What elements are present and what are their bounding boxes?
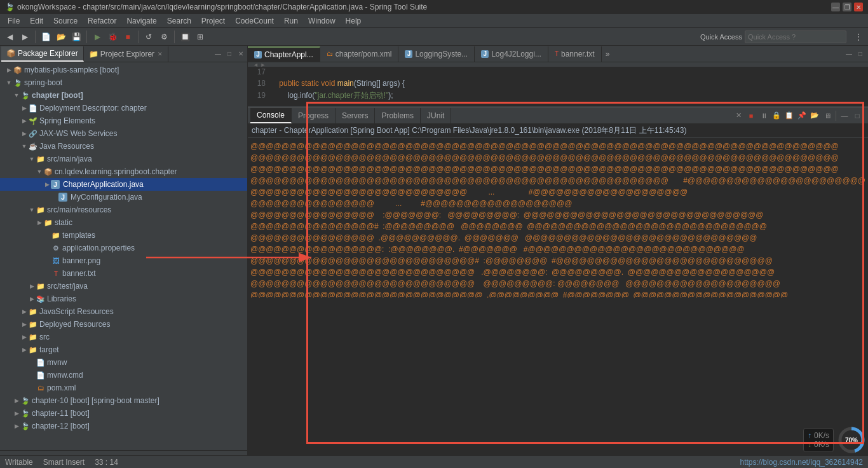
- code-area[interactable]: 17 18 public static void main(String[] a…: [248, 67, 868, 106]
- left-panel-hscroll[interactable]: [0, 450, 247, 455]
- menu-help[interactable]: Help: [341, 15, 367, 27]
- console-maximize-btn[interactable]: □: [851, 110, 863, 121]
- tree-item-jax-ws[interactable]: ▶ 🔗 JAX-WS Web Services: [0, 127, 247, 140]
- tree-icon-chapter-application: J: [51, 180, 60, 189]
- tb-debug-btn[interactable]: 🐞: [105, 30, 119, 44]
- tab-log4j2[interactable]: J Log4J2Loggi...: [475, 46, 548, 62]
- tree-item-target[interactable]: ▶ 📁 target: [0, 343, 247, 356]
- console-output[interactable]: @@@@@@@@@@@@@@@@@@@@@@@@@@@@@@@@@@@@@@@@…: [248, 139, 868, 298]
- tree-item-mybatis[interactable]: ▶ 📦 mybatis-plus-samples [boot]: [0, 64, 247, 76]
- panel-maximize-btn[interactable]: □: [224, 49, 234, 59]
- tab-console[interactable]: Console: [250, 108, 292, 123]
- tb-back-btn[interactable]: ◀: [3, 30, 17, 44]
- status-right: https://blog.csdn.net/iqq_362614942: [740, 458, 864, 467]
- tree-container[interactable]: ▶ 📦 mybatis-plus-samples [boot] ▼ 🍃 spri…: [0, 62, 247, 450]
- console-scroll-lock-btn[interactable]: 🔒: [771, 110, 782, 121]
- menu-window[interactable]: Window: [303, 15, 341, 27]
- console-clear-btn[interactable]: ✕: [733, 110, 744, 121]
- tree-item-static[interactable]: ▶ 📁 static: [0, 216, 247, 229]
- tree-item-java-resources[interactable]: ▼ ☕ Java Resources: [0, 140, 247, 153]
- menu-search[interactable]: Search: [162, 15, 196, 27]
- tb-settings-btn[interactable]: ⚙: [157, 30, 171, 44]
- code-line-19: 19 log.info("jar.chapter开始启动!");: [248, 90, 868, 102]
- tree-item-deployed-resources[interactable]: ▶ 📁 Deployed Resources: [0, 318, 247, 331]
- editor-maximize-btn[interactable]: □: [855, 49, 865, 59]
- minimize-btn[interactable]: —: [831, 3, 840, 11]
- tb-extra-btn[interactable]: ⋮: [851, 30, 865, 44]
- console-line-3: @@@@@@@@@@@@@@@@@@@@@@@@@@@@@@@@@@@@@@@@…: [250, 163, 865, 175]
- tb-perspective-btn[interactable]: 🔲: [178, 30, 192, 44]
- menu-edit[interactable]: Edit: [25, 15, 48, 27]
- menu-project[interactable]: Project: [196, 15, 230, 27]
- tb-forward-btn[interactable]: ▶: [18, 30, 32, 44]
- tree-item-deployment[interactable]: ▶ 📄 Deployment Descriptor: chapter: [0, 102, 247, 114]
- tree-item-libraries[interactable]: ▶ 📚 Libraries: [0, 292, 247, 305]
- tree-label-app-props: application.properties: [62, 244, 135, 252]
- quick-access-input[interactable]: [745, 31, 846, 43]
- console-line-7: @@@@@@@@@@@@@@@@ :@@@@@@@: @@@@@@@@@: @@…: [250, 209, 865, 221]
- menu-refactor[interactable]: Refactor: [83, 15, 121, 27]
- console-pin-btn[interactable]: 📌: [796, 110, 808, 121]
- tree-item-chapter[interactable]: ▼ 🍃 chapter [boot]: [0, 89, 247, 102]
- tab-logging-system[interactable]: J LoggingSyste...: [398, 46, 475, 62]
- console-new-console-btn[interactable]: 🖥: [822, 110, 833, 121]
- tab-more[interactable]: »: [602, 48, 614, 60]
- tab-banner-txt[interactable]: T banner.txt: [548, 46, 602, 62]
- tree-item-chapter-application[interactable]: ▶ J ChapterApplication.java: [0, 178, 247, 191]
- tab-chapter-application[interactable]: J ChapterAppl...: [248, 46, 320, 62]
- tree-item-myconfiguration[interactable]: J MyConfiguration.java: [0, 191, 247, 203]
- tb-stop-btn[interactable]: ■: [121, 30, 135, 44]
- menu-codecount[interactable]: CodeCount: [230, 15, 279, 27]
- tab-servers[interactable]: Servers: [336, 108, 375, 123]
- tree-item-templates[interactable]: 📁 templates: [0, 229, 247, 242]
- close-btn[interactable]: ✕: [854, 3, 863, 11]
- tree-item-chapter11[interactable]: ▶ 🍃 chapter-11 [boot]: [0, 407, 247, 420]
- tree-item-mvnw[interactable]: 📄 mvnw: [0, 356, 247, 369]
- maximize-btn[interactable]: ❐: [843, 3, 851, 11]
- title-bar-controls[interactable]: — ❐ ✕: [831, 3, 863, 11]
- tree-item-springboot[interactable]: ▼ 🍃 spring-boot: [0, 76, 247, 89]
- panel-minimize-btn[interactable]: —: [213, 49, 223, 59]
- console-copy-btn[interactable]: 📋: [783, 110, 795, 121]
- tb-refresh-btn[interactable]: ↺: [142, 30, 156, 44]
- tree-item-package[interactable]: ▼ 📦 cn.lqdev.learning.springboot.chapter: [0, 165, 247, 178]
- tree-item-src[interactable]: ▶ 📁 src: [0, 331, 247, 343]
- tab-junit[interactable]: JUnit: [421, 108, 451, 123]
- tree-icon-templates: 📁: [51, 230, 61, 240]
- console-open-file-btn[interactable]: 📂: [809, 110, 820, 121]
- tree-item-javascript-resources[interactable]: ▶ 📁 JavaScript Resources: [0, 305, 247, 318]
- menu-source[interactable]: Source: [48, 15, 83, 27]
- tree-item-banner-png[interactable]: 🖼 banner.png: [0, 254, 247, 267]
- tb-open-btn[interactable]: 📂: [54, 30, 68, 44]
- menu-navigate[interactable]: Navigate: [121, 15, 161, 27]
- tree-label-mvnw: mvnw: [47, 358, 67, 367]
- editor-minimize-btn[interactable]: —: [844, 49, 854, 59]
- console-stop-btn[interactable]: ■: [745, 110, 757, 121]
- console-pause-btn[interactable]: ⏸: [758, 110, 770, 121]
- tb-run-btn[interactable]: ▶: [90, 30, 104, 44]
- project-explorer-close[interactable]: ✕: [158, 51, 163, 57]
- tree-item-chapter12[interactable]: ▶ 🍃 chapter-12 [boot]: [0, 420, 247, 432]
- tb-layout-btn[interactable]: ⊞: [193, 30, 207, 44]
- tree-item-chapter10[interactable]: ▶ 🍃 chapter-10 [boot] [spring-boot maste…: [0, 394, 247, 407]
- panel-close-btn[interactable]: ✕: [236, 49, 246, 59]
- tree-item-spring-elements[interactable]: ▶ 🌱 Spring Elements: [0, 114, 247, 127]
- panel-tabs: 📦 Package Explorer 📁 Project Explorer ✕ …: [0, 46, 247, 62]
- tab-problems[interactable]: Problems: [375, 108, 421, 123]
- tree-item-app-props[interactable]: ⚙ application.properties: [0, 242, 247, 254]
- tree-item-src-main-java[interactable]: ▼ 📁 src/main/java: [0, 153, 247, 165]
- menu-file[interactable]: File: [3, 15, 25, 27]
- tb-new-btn[interactable]: 📄: [39, 30, 53, 44]
- tree-item-mvnw-cmd[interactable]: 📄 mvnw.cmd: [0, 369, 247, 382]
- tab-progress[interactable]: Progress: [292, 108, 336, 123]
- tb-save-btn[interactable]: 💾: [69, 30, 83, 44]
- tab-package-explorer[interactable]: 📦 Package Explorer: [1, 46, 84, 62]
- tree-item-pom[interactable]: 🗂 pom.xml: [0, 382, 247, 394]
- tree-item-src-main-resources[interactable]: ▼ 📁 src/main/resources: [0, 203, 247, 216]
- console-minimize-btn[interactable]: —: [839, 110, 850, 121]
- menu-run[interactable]: Run: [279, 15, 303, 27]
- tree-item-src-test-java[interactable]: ▶ 📁 src/test/java: [0, 280, 247, 292]
- tab-project-explorer[interactable]: 📁 Project Explorer ✕: [84, 46, 168, 62]
- tab-pom-xml[interactable]: 🗂 chapter/pom.xml: [320, 46, 399, 62]
- tree-item-banner-txt[interactable]: T banner.txt: [0, 267, 247, 280]
